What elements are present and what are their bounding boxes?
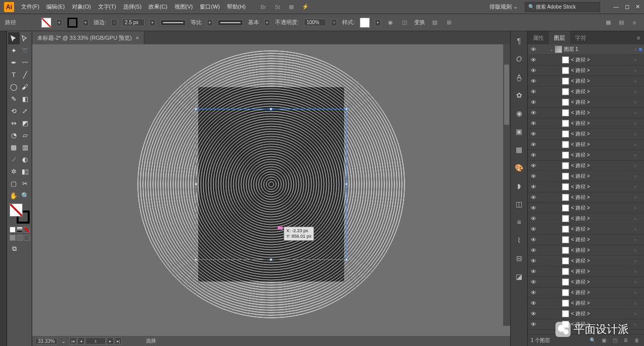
scale-tool[interactable]: ⤢ (20, 105, 31, 117)
visibility-icon[interactable]: 👁 (528, 67, 539, 74)
stroke-dropdown[interactable]: ▾ (83, 19, 89, 26)
isolate-icon[interactable]: ▧ (430, 18, 439, 27)
stroke-weight-input[interactable] (122, 19, 144, 26)
stroke-swatch[interactable] (67, 18, 77, 28)
draw-behind-icon[interactable] (17, 235, 23, 241)
profile-dropdown[interactable]: ▾ (207, 19, 213, 26)
free-transform-tool[interactable]: ◩ (20, 117, 31, 129)
visibility-icon[interactable]: 👁 (528, 46, 539, 52)
layer-row-path[interactable]: 👁 < 路径 > ○ (528, 203, 644, 214)
style-swatch[interactable] (360, 18, 370, 28)
layer-row-path[interactable]: 👁 < 路径 > ○ (528, 171, 644, 182)
stock-icon[interactable]: St (273, 3, 282, 12)
layer-row-path[interactable]: 👁 < 路径 > ○ (528, 256, 644, 266)
layer-row-path[interactable]: 👁 < 路径 > ○ (528, 150, 644, 161)
minimize-button[interactable]: — (613, 4, 619, 10)
visibility-icon[interactable]: 👁 (528, 321, 539, 327)
opentype-panel-icon[interactable]: O (514, 53, 525, 64)
layer-row-path[interactable]: 👁 < 路径 > ○ (528, 108, 644, 118)
eyedropper-tool[interactable]: ⟋ (8, 153, 20, 165)
panel-menu-icon[interactable]: ≡ (630, 18, 639, 27)
next-artboard-button[interactable]: ▸ (107, 337, 114, 344)
bridge-icon[interactable]: Br (259, 3, 268, 12)
visibility-icon[interactable]: 👁 (528, 142, 539, 148)
canvas[interactable]: X: -2.23 pxY: 856.01 px (32, 44, 510, 336)
eraser-tool[interactable]: ◧ (20, 93, 31, 105)
graph-tool[interactable]: ▮▯ (20, 165, 31, 177)
xt2-icon[interactable]: ▤ (617, 18, 626, 27)
visibility-icon[interactable]: 👁 (528, 173, 539, 179)
xt1-icon[interactable]: ▦ (604, 18, 613, 27)
align-artboard-icon[interactable]: ◫ (400, 18, 409, 27)
swatches-panel-icon[interactable]: ▦ (514, 144, 525, 155)
character-panel-icon[interactable]: A̲ (514, 72, 525, 83)
layer-row-path[interactable]: 👁 < 路径 > ○ (528, 118, 644, 129)
visibility-icon[interactable]: 👁 (528, 89, 539, 95)
opacity-input[interactable] (304, 19, 326, 26)
menu-edit[interactable]: 编辑(E) (46, 3, 65, 11)
delete-layer-icon[interactable]: 🗑 (633, 337, 641, 343)
color-mode-icon[interactable] (10, 227, 16, 233)
paragraph-panel-icon[interactable]: ¶ (514, 35, 525, 46)
vertical-scrollbar[interactable] (503, 44, 510, 326)
menu-effect[interactable]: 效果(C) (148, 3, 167, 11)
layer-row-path[interactable]: 👁 < 路径 > ○ (528, 65, 644, 76)
visibility-icon[interactable]: 👁 (528, 258, 539, 264)
gradient-tool[interactable]: ▥ (20, 141, 31, 153)
panel-menu-icon[interactable]: ≡ (633, 31, 644, 44)
stroke-panel-icon[interactable]: ≡ (514, 217, 525, 228)
magic-wand-tool[interactable]: ✦ (8, 44, 20, 56)
visibility-icon[interactable]: 👁 (528, 194, 539, 200)
menu-type[interactable]: 文字(T) (98, 3, 116, 11)
symbol-sprayer-tool[interactable]: ✲ (8, 165, 20, 177)
layer-row-path[interactable]: 👁 < 路径 > ○ (528, 161, 644, 171)
layer-row-path[interactable]: 👁 < 路径 > ○ (528, 224, 644, 235)
locate-object-icon[interactable]: 🔍 (589, 337, 597, 343)
stroke-link-icon[interactable]: ⁝ (111, 19, 117, 26)
curvature-tool[interactable]: 〰 (20, 56, 31, 68)
layer-row-path[interactable]: 👁 < 路径 > ○ (528, 182, 644, 192)
layer-row-path[interactable]: 👁 < 路径 > ○ (528, 309, 644, 319)
fill-swatch[interactable] (41, 18, 51, 28)
visibility-icon[interactable]: 👁 (528, 99, 539, 105)
layer-row-path[interactable]: 👁 < 路径 > ○ (528, 129, 644, 140)
recolor-icon[interactable]: ◉ (386, 18, 395, 27)
menu-object[interactable]: 对象(O) (72, 3, 91, 11)
last-artboard-button[interactable]: ▸| (115, 337, 122, 344)
width-tool[interactable]: ⇔ (8, 117, 20, 129)
color-panel-icon[interactable]: 🎨 (514, 162, 525, 173)
shape-builder-tool[interactable]: ◔ (8, 129, 20, 141)
layer-row-path[interactable]: 👁 < 路径 > ○ (528, 76, 644, 87)
glyphs-panel-icon[interactable]: ✿ (514, 90, 525, 101)
layer-row-path[interactable]: 👁 < 路径 > ○ (528, 288, 644, 298)
direct-selection-tool[interactable] (20, 32, 31, 44)
transform-label[interactable]: 变换 (414, 19, 425, 26)
brush-def[interactable] (218, 20, 243, 26)
rotate-tool[interactable]: ⟲ (8, 105, 20, 117)
appearance-panel-icon[interactable]: ◉ (514, 108, 525, 119)
brushes-panel-icon[interactable]: ⌇ (514, 235, 525, 246)
tab-character[interactable]: 字符 (570, 31, 591, 44)
doc-tab-close[interactable]: × (136, 35, 139, 41)
visibility-icon[interactable]: 👁 (528, 237, 539, 243)
visibility-icon[interactable]: 👁 (528, 110, 539, 116)
menu-file[interactable]: 文件(F) (21, 3, 39, 11)
layer-row-path[interactable]: 👁 < 路径 > ○ (528, 245, 644, 256)
arrange-hv-icon[interactable]: ⊞ (444, 18, 453, 27)
visibility-icon[interactable]: 👁 (528, 205, 539, 211)
visibility-icon[interactable]: 👁 (528, 163, 539, 169)
visibility-icon[interactable]: 👁 (528, 152, 539, 158)
zoom-tool[interactable]: 🔍 (20, 189, 31, 201)
visibility-icon[interactable]: 👁 (528, 226, 539, 232)
menu-view[interactable]: 视图(V) (175, 3, 193, 11)
style-dropdown[interactable]: ▾ (375, 19, 381, 26)
pen-tool[interactable]: ✒ (8, 56, 20, 68)
pathfinder-panel-icon[interactable]: ◪ (514, 271, 525, 282)
maximize-button[interactable]: ◻ (625, 4, 629, 10)
close-button[interactable]: ✕ (635, 4, 640, 10)
tab-properties[interactable]: 属性 (528, 31, 549, 44)
visibility-icon[interactable]: 👁 (528, 57, 539, 63)
first-artboard-button[interactable]: |◂ (69, 337, 76, 344)
menu-select[interactable]: 选择(S) (123, 3, 142, 11)
gradient-panel-icon[interactable]: ◗ (514, 180, 525, 191)
